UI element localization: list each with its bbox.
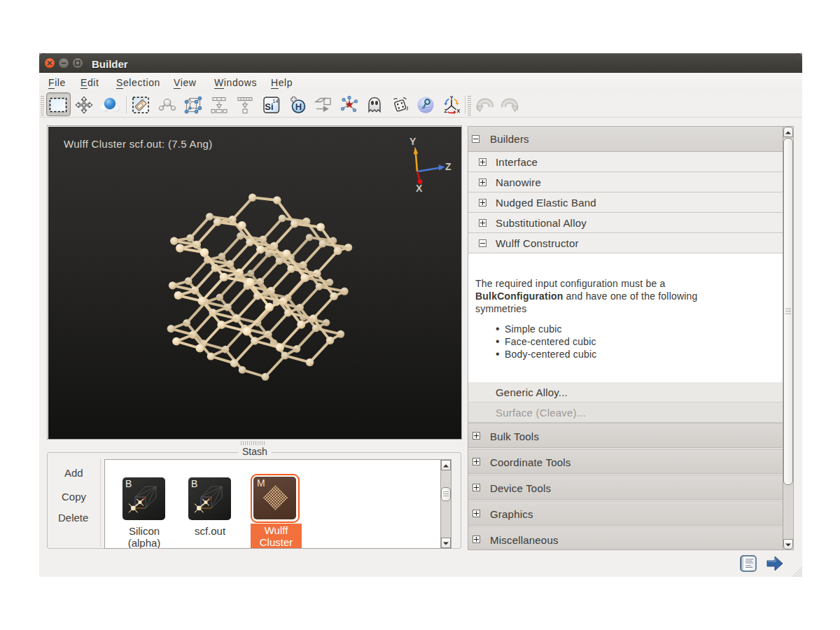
svg-text:Y: Y bbox=[450, 95, 454, 100]
svg-text:14: 14 bbox=[272, 98, 278, 104]
svg-text:Z: Z bbox=[445, 161, 451, 172]
svg-text:X: X bbox=[457, 108, 461, 113]
svg-text:Y: Y bbox=[410, 136, 416, 147]
svg-text:X: X bbox=[416, 183, 423, 194]
svg-text:H: H bbox=[295, 102, 302, 112]
svg-text:Z: Z bbox=[444, 108, 448, 113]
